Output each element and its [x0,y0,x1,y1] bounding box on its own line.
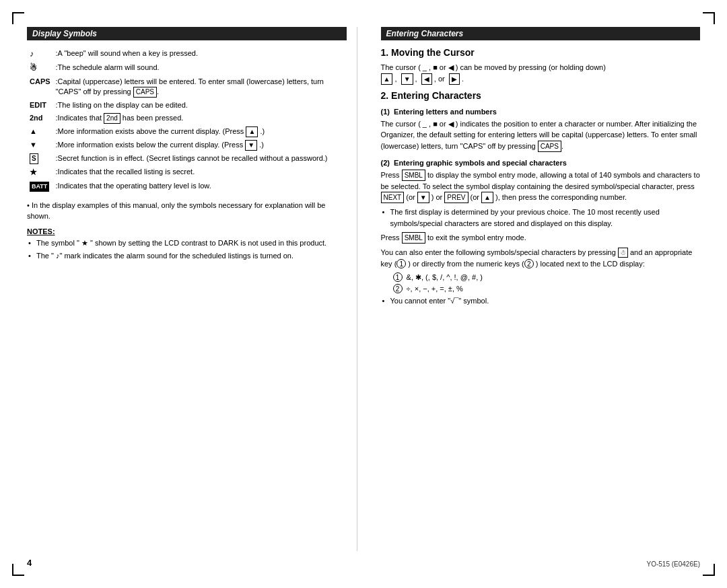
cannot-enter-list: You cannot enter "√¯" symbol. [381,295,701,307]
symbol-cell: ☃ [27,61,53,75]
prev-key: PREV [444,192,468,203]
circle-2: 2 [524,259,534,268]
section2-title: 2. Entering Characters [381,90,701,101]
subsection2-bullets: The first display is determined by your … [381,207,701,229]
table-row: ☃ :The schedule alarm will sound. [27,61,347,75]
table-row: ♪ :A "beep" will sound when a key is pre… [27,47,347,61]
section1-title: 1. Moving the Cursor [381,47,701,58]
notes-section: NOTES: The symbol " ★ " shown by setting… [27,227,347,262]
also-enter-text: You can also enter the following symbols… [381,247,701,269]
left-section-header: Display Symbols [27,27,347,40]
subsection2-text1: Press SMBL to display the symbol entry m… [381,170,701,204]
smbl-key: SMBL [402,170,425,181]
table-row: EDIT :The listing on the display can be … [27,99,347,112]
table-row: ★ :Indicates that the recalled listing i… [27,166,347,180]
caps-key: CAPS [133,87,157,98]
alarm-icon: ☃ [30,63,37,73]
up-nav-key: ▲ [381,73,393,85]
down-key2: ▼ [417,192,429,203]
up-key2: ▲ [481,192,493,203]
table-row: 2nd :Indicates that 2nd has been pressed… [27,112,347,125]
list-item: You cannot enter "√¯" symbol. [381,295,701,307]
circle-1: 1 [396,259,406,268]
corner-mark-tr [703,12,715,24]
music-note-icon: ♪ [30,49,34,59]
list-item: The first display is determined by your … [381,207,701,229]
down-arrow-icon: ▼ [30,141,37,149]
symbol-cell: ♪ [27,47,53,61]
caps-key-2: CAPS [538,141,561,152]
display-examples-note: • In the display examples of this manual… [27,200,347,222]
alarm-key: ☃ [618,248,628,258]
down-nav-key: ▼ [401,73,413,85]
up-key: ▲ [246,126,258,137]
symbol-cell: ▼ [27,139,53,152]
symbol-cell: BATT [27,180,53,193]
table-row: BATT :Indicates that the operating batte… [27,180,347,193]
subsection1-text: The cursor ( _ , ■ or ◀ ) indicates the … [381,118,701,152]
list-item: The " ♪" mark indicates the alarm sound … [27,251,347,261]
notes-title: NOTES: [27,227,347,235]
page-number: 4 [27,558,32,568]
symbol-cell: CAPS [27,75,53,99]
symbol-cell: ★ [27,166,53,180]
main-content: Display Symbols ♪ :A "beep" will sound w… [27,27,700,551]
symbol-cell: ▲ [27,125,53,139]
batt-icon: BATT [30,182,49,192]
corner-mark-tl [12,12,24,24]
desc-cell: :The listing on the display can be edite… [53,99,347,112]
exit-smbl-text: Press SMBL to exit the symbol entry mode… [381,232,701,244]
corner-mark-br [703,564,715,576]
left-nav-key: ◀ [421,73,432,85]
right-nav-key: ▶ [449,73,460,85]
s-icon: S [30,153,38,164]
symbol-cell: S [27,152,53,166]
desc-cell: :Indicates that 2nd has been pressed. [53,112,347,125]
symbol-set-1: 1 &, ✱, (, $, /, ^, !, @, #, ) [381,272,701,282]
star-icon: ★ [30,168,37,177]
left-column: Display Symbols ♪ :A "beep" will sound w… [27,27,357,551]
caps-label: CAPS [30,77,50,85]
desc-cell: :More information exists above the curre… [53,125,347,139]
notes-list: The symbol " ★ " shown by setting the LC… [27,238,347,262]
symbol-table: ♪ :A "beep" will sound when a key is pre… [27,47,347,193]
2nd-label: 2nd [30,114,43,122]
symbol-cell: EDIT [27,99,53,112]
desc-cell: :A "beep" will sound when a key is press… [53,47,347,61]
cursor-description: The cursor ( _ , ■ or ◀ ) can be moved b… [381,62,701,85]
list-item: The symbol " ★ " shown by setting the LC… [27,238,347,248]
desc-cell: :The schedule alarm will sound. [53,61,347,75]
right-column: Entering Characters 1. Moving the Cursor… [378,27,701,551]
desc-cell: :Secret function is in effect. (Secret l… [53,152,347,166]
circle-2b: 2 [393,284,403,293]
2nd-key: 2nd [104,113,120,124]
next-key: NEXT [381,192,405,203]
subsection1-title: (1) Entering letters and numbers [381,108,701,116]
symbol-cell: 2nd [27,112,53,125]
edit-label: EDIT [30,101,46,109]
right-section-header: Entering Characters [381,27,701,40]
table-row: CAPS :Capital (uppercase) letters will b… [27,75,347,99]
desc-cell: :Capital (uppercase) letters will be ent… [53,75,347,99]
desc-cell: :Indicates that the recalled listing is … [53,166,347,180]
subsection2-title: (2) Entering graphic symbols and special… [381,159,701,167]
circle-1b: 1 [393,272,403,282]
page: Display Symbols ♪ :A "beep" will sound w… [0,0,727,588]
up-arrow-icon: ▲ [30,127,37,135]
down-key: ▼ [245,140,257,151]
page-footer: 4 YO-515 (E0426E) [27,551,700,568]
desc-cell: :More information exists below the curre… [53,139,347,152]
desc-cell: :Indicates that the operating battery le… [53,180,347,193]
symbol-set-2: 2 ÷, ×, −, +, =, ±, % [381,284,701,293]
model-number: YO-515 (E0426E) [647,560,701,568]
table-row: ▼ :More information exists below the cur… [27,139,347,152]
smbl-key2: SMBL [402,232,425,244]
table-row: ▲ :More information exists above the cur… [27,125,347,139]
corner-mark-bl [12,564,24,576]
table-row: S :Secret function is in effect. (Secret… [27,152,347,166]
